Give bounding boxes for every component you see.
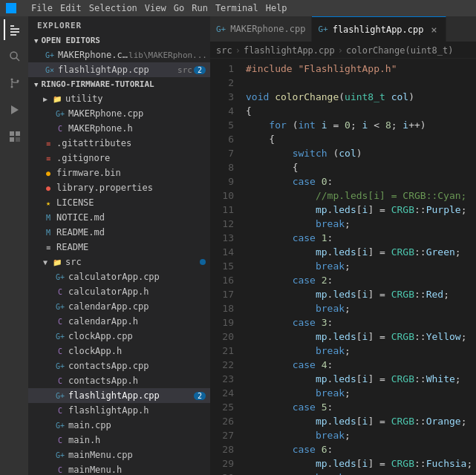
menu-run[interactable]: Run	[189, 1, 211, 15]
cpp-icon-2: G×	[45, 66, 55, 74]
line-number-10: 10	[210, 189, 234, 203]
code-line-25: case 5:	[246, 400, 476, 414]
tab-close-flashlight[interactable]: ×	[428, 24, 440, 36]
file-readme[interactable]: ≡ README	[28, 240, 210, 255]
contacts-cpp-icon: G+	[55, 362, 65, 370]
file-notice-md[interactable]: M NOTICE.md	[28, 210, 210, 225]
menu-edit[interactable]: Edit	[57, 1, 85, 15]
code-line-18: break;	[246, 301, 476, 315]
menu-terminal[interactable]: Terminal	[212, 1, 261, 15]
code-line-13: case 1:	[246, 231, 476, 245]
svg-rect-9	[16, 137, 20, 142]
open-editor-makerphone[interactable]: G+ MAKERphone.cpp lib\MAKERphon...	[28, 48, 210, 62]
file-gitignore[interactable]: ≡ .gitignore	[28, 151, 210, 166]
file-calendar-h[interactable]: C calendarApp.h	[28, 314, 210, 329]
file-calculator-cpp[interactable]: G+ calculatorApp.cpp	[28, 269, 210, 284]
menu-selection[interactable]: Selection	[86, 1, 140, 15]
menu-go[interactable]: Go	[171, 1, 187, 15]
line-number-29: 29	[210, 456, 234, 471]
open-editors-header[interactable]: ▼ OPEN EDITORS	[28, 33, 210, 48]
file-main-cpp-label: main.cpp	[68, 420, 210, 430]
activity-search[interactable]	[4, 46, 25, 67]
svg-line-1	[16, 58, 19, 61]
line-number-30: 30	[210, 471, 234, 475]
code-content[interactable]: #include "FlashlightApp.h" void colorCha…	[240, 59, 476, 475]
chevron-down-icon: ▼	[34, 37, 38, 45]
file-library-properties[interactable]: ● library.properties	[28, 180, 210, 195]
file-makerphone-h[interactable]: C MAKERphone.h	[28, 121, 210, 136]
folder-icon-utility: 📁	[52, 95, 62, 103]
file-firmware-bin-label: firmware.bin	[56, 168, 210, 178]
file-main-h-label: main.h	[68, 435, 210, 445]
file-contacts-h[interactable]: C contactsApp.h	[28, 373, 210, 388]
code-editor[interactable]: 1234567891011121314151617181920212223242…	[210, 59, 476, 475]
code-line-20: mp.leds[i] = CRGB::Yellow;	[246, 330, 476, 344]
line-number-19: 19	[210, 315, 234, 330]
menu-file[interactable]: File	[28, 1, 56, 15]
file-flashlight-h[interactable]: C flashlightApp.h	[28, 403, 210, 418]
menu-view[interactable]: View	[142, 1, 169, 15]
file-gitattributes[interactable]: ≡ .gitattributes	[28, 136, 210, 151]
cal-cpp-icon: G+	[55, 303, 65, 311]
line-number-2: 2	[210, 76, 234, 90]
file-calculator-cpp-label: calculatorApp.cpp	[68, 272, 210, 282]
svg-point-0	[10, 52, 17, 59]
git-icon-2: ≡	[43, 154, 53, 163]
file-calendar-h-label: calendarApp.h	[68, 316, 210, 327]
code-line-16: case 2:	[246, 273, 476, 287]
file-license[interactable]: ★ LICENSE	[28, 195, 210, 210]
file-calendar-cpp[interactable]: G+ calendarApp.cpp	[28, 299, 210, 314]
file-clock-cpp[interactable]: G+ clockApp.cpp	[28, 329, 210, 344]
menu-bar: FileEditSelectionViewGoRunTerminalHelp	[28, 1, 290, 15]
file-contacts-h-label: contactsApp.h	[68, 376, 210, 386]
file-clock-h[interactable]: C clockApp.h	[28, 344, 210, 358]
code-line-21: break;	[246, 344, 476, 358]
calc-cpp-icon: G+	[55, 273, 65, 281]
file-makerphone-cpp-label: MAKERphone.cpp	[68, 108, 210, 119]
line-number-9: 9	[210, 174, 234, 189]
file-readme-md[interactable]: M README.md	[28, 225, 210, 240]
folder-utility[interactable]: ▶ 📁 utility	[28, 91, 210, 106]
file-flashlight-cpp[interactable]: G+ flashlightApp.cpp 2	[28, 388, 210, 403]
tab-flashlight[interactable]: G+ flashlightApp.cpp ×	[312, 16, 446, 42]
activity-extensions[interactable]	[4, 126, 25, 147]
explorer-header: EXPLORER	[28, 16, 210, 33]
file-makerphone-cpp[interactable]: G+ MAKERphone.cpp	[28, 106, 210, 121]
flashlight-h-icon: C	[55, 407, 65, 415]
tab-makerphone[interactable]: G+ MAKERphone.cpp	[210, 16, 312, 42]
folder-src[interactable]: ▼ 📁 src	[28, 255, 210, 269]
activity-explorer[interactable]	[4, 19, 25, 40]
file-firmware-bin[interactable]: ● firmware.bin	[28, 166, 210, 180]
file-tree: ▶ 📁 utility G+ MAKERphone.cpp C MAKERpho…	[28, 91, 210, 475]
project-header[interactable]: ▼ RINGO-FIRMWARE-TUTORIAL	[28, 77, 210, 91]
line-number-24: 24	[210, 386, 234, 400]
svg-point-3	[11, 86, 13, 88]
code-line-29: mp.leds[i] = CRGB::Fuchsia;	[246, 456, 476, 471]
file-contacts-cpp[interactable]: G+ contactsApp.cpp	[28, 358, 210, 373]
code-line-27: break;	[246, 428, 476, 442]
file-clock-cpp-label: clockApp.cpp	[68, 331, 210, 341]
file-library-properties-label: library.properties	[56, 183, 210, 193]
line-number-16: 16	[210, 273, 234, 287]
readme-icon: ≡	[43, 243, 53, 252]
file-calculator-h[interactable]: C calculatorApp.h	[28, 284, 210, 299]
code-line-9: case 0:	[246, 174, 476, 189]
open-editors-label: OPEN EDITORS	[41, 36, 100, 45]
file-mainmenu-h[interactable]: C mainMenu.h	[28, 462, 210, 475]
tab-icon-flashlight: G+	[318, 24, 327, 34]
file-mainmenu-cpp[interactable]: G+ mainMenu.cpp	[28, 448, 210, 462]
line-numbers: 1234567891011121314151617181920212223242…	[210, 59, 240, 475]
file-mainmenu-h-label: mainMenu.h	[68, 465, 210, 475]
cpp-file-icon: G+	[55, 110, 65, 118]
mainmenu-h-icon: C	[55, 466, 65, 474]
activity-source-control[interactable]	[4, 73, 25, 94]
activity-run[interactable]	[4, 99, 25, 120]
menu-help[interactable]: Help	[263, 1, 290, 15]
line-number-1: 1	[210, 62, 234, 76]
clock-cpp-icon: G+	[55, 332, 65, 341]
open-editor-flashlight[interactable]: G× flashlightApp.cpp src 2	[28, 62, 210, 77]
file-main-cpp[interactable]: G+ main.cpp	[28, 418, 210, 433]
activitybar	[0, 16, 28, 475]
open-editor-flashlight-path: src	[177, 65, 192, 75]
file-main-h[interactable]: C main.h	[28, 433, 210, 448]
